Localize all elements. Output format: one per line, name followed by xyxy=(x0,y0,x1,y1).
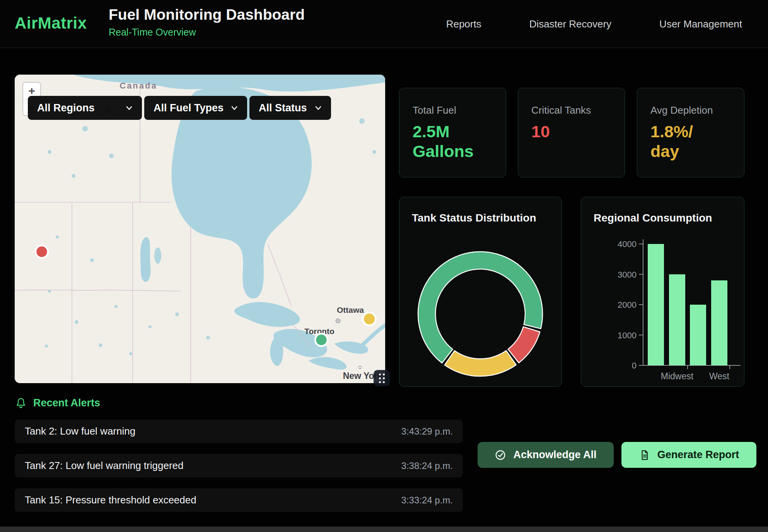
x-axis-tick: Midwest xyxy=(661,371,694,381)
tank-status-distribution-panel: Tank Status Distribution xyxy=(399,197,562,387)
generate-report-button[interactable]: Generate Report xyxy=(621,442,756,468)
stat-label: Critical Tanks xyxy=(531,104,611,116)
status-filter-value: All Status xyxy=(259,102,307,114)
donut-segment-warning xyxy=(445,351,516,376)
regional-consumption-panel: Regional Consumption 01000200030004000Mi… xyxy=(581,197,744,387)
status-filter-select[interactable]: All Status xyxy=(249,96,331,120)
y-axis-tick: 4000 xyxy=(618,239,637,249)
report-document-icon xyxy=(639,449,650,461)
fuel-type-filter-select[interactable]: All Fuel Types xyxy=(144,96,247,120)
check-circle-icon xyxy=(495,449,506,461)
region-filter-select[interactable]: All Regions xyxy=(28,96,142,120)
y-axis-tick: 3000 xyxy=(618,270,637,280)
stat-value: 2.5M Gallons xyxy=(413,122,493,161)
map-label-ottawa: Ottawa xyxy=(337,305,364,314)
stat-card-total-fuel: Total Fuel 2.5M Gallons xyxy=(399,88,506,177)
fuel-type-filter-value: All Fuel Types xyxy=(154,102,224,114)
map-marker-normal[interactable] xyxy=(315,334,328,346)
acknowledge-all-label: Acknowledge All xyxy=(513,449,596,461)
title-block: Fuel Monitoring Dashboard Real-Time Over… xyxy=(109,6,305,38)
recent-alerts-title: Recent Alerts xyxy=(33,397,100,409)
y-axis-tick: 1000 xyxy=(618,331,637,340)
alert-message: Tank 15: Pressure threshold exceeded xyxy=(25,494,196,506)
top-nav: Reports Disaster Recovery User Managemen… xyxy=(444,0,744,48)
alert-message: Tank 2: Low fuel warning xyxy=(25,425,135,437)
map-canvas: Canada Ottawa Toronto New York xyxy=(15,75,385,383)
ottawa-town-icon xyxy=(336,319,340,323)
fuel-monitoring-dashboard: AirMatrix Fuel Monitoring Dashboard Real… xyxy=(0,0,768,532)
bar-0 xyxy=(648,244,664,365)
donut-segment-critical xyxy=(508,327,540,363)
stat-value: 10 xyxy=(531,122,611,142)
tank-status-donut-chart xyxy=(407,240,554,387)
resize-grip-handle[interactable] xyxy=(374,370,390,386)
new-york-town-icon xyxy=(359,366,362,369)
bar-3 xyxy=(711,280,727,365)
stat-label: Avg Depletion xyxy=(650,104,731,116)
recent-alerts-header: Recent Alerts xyxy=(15,397,100,409)
alert-message: Tank 27: Low fuel warning triggered xyxy=(25,460,183,472)
alert-timestamp: 3:33:24 p.m. xyxy=(401,495,453,506)
chevron-down-icon xyxy=(230,104,239,112)
y-axis-tick: 2000 xyxy=(618,300,637,310)
y-axis-tick: 0 xyxy=(632,361,637,370)
grip-dots-icon xyxy=(379,373,385,383)
region-filter-value: All Regions xyxy=(37,102,95,114)
alert-timestamp: 3:38:24 p.m. xyxy=(401,460,453,471)
map-marker-warning[interactable] xyxy=(363,313,376,326)
nav-item-disaster-recovery[interactable]: Disaster Recovery xyxy=(527,18,614,31)
map-marker-critical[interactable] xyxy=(36,246,48,258)
map-filter-bar: All Regions All Fuel Types All Status xyxy=(28,96,331,120)
panel-title: Tank Status Distribution xyxy=(412,212,536,224)
alert-timestamp: 3:43:29 p.m. xyxy=(401,426,453,437)
nav-item-reports[interactable]: Reports xyxy=(444,18,484,31)
chevron-down-icon xyxy=(314,104,323,112)
map[interactable]: Canada Ottawa Toronto New York + − All R… xyxy=(15,75,385,383)
stat-label: Total Fuel xyxy=(413,104,493,116)
stat-card-avg-depletion: Avg Depletion 1.8%/ day xyxy=(637,88,744,177)
bar-2 xyxy=(690,305,706,365)
acknowledge-all-button[interactable]: Acknowledge All xyxy=(478,442,614,468)
alert-row: Tank 27: Low fuel warning triggered 3:38… xyxy=(15,454,463,477)
page-title: Fuel Monitoring Dashboard xyxy=(109,6,305,23)
nav-item-user-management[interactable]: User Management xyxy=(657,18,744,31)
stat-card-critical-tanks: Critical Tanks 10 xyxy=(518,88,625,177)
generate-report-label: Generate Report xyxy=(657,449,739,461)
chevron-down-icon xyxy=(125,104,133,112)
regional-consumption-bar-chart: 01000200030004000MidwestWest xyxy=(581,197,744,386)
x-axis-tick: West xyxy=(709,371,730,381)
bottom-edge-bar xyxy=(0,527,768,532)
alert-row: Tank 2: Low fuel warning 3:43:29 p.m. xyxy=(15,419,463,443)
map-label-canada: Canada xyxy=(119,81,157,90)
stat-value: 1.8%/ day xyxy=(650,122,731,161)
page-subtitle: Real-Time Overview xyxy=(109,27,305,38)
bar-1 xyxy=(669,275,685,366)
app-header: AirMatrix Fuel Monitoring Dashboard Real… xyxy=(0,0,768,48)
bell-icon xyxy=(15,397,27,409)
brand-logo[interactable]: AirMatrix xyxy=(15,14,87,32)
alert-row: Tank 15: Pressure threshold exceeded 3:3… xyxy=(15,488,463,512)
